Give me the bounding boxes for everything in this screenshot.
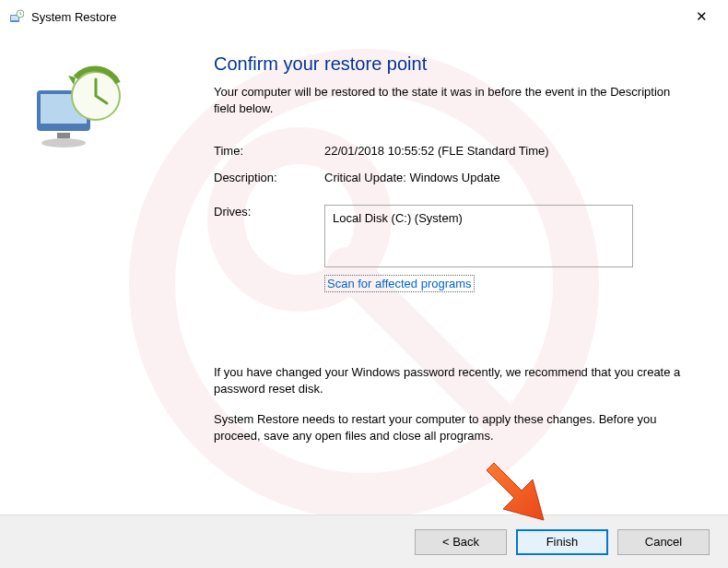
close-icon: ✕ — [696, 8, 708, 25]
titlebar: System Restore ✕ — [0, 0, 728, 33]
time-label: Time: — [214, 144, 324, 158]
svg-rect-8 — [57, 133, 70, 138]
time-value: 22/01/2018 10:55:52 (FLE Standard Time) — [324, 144, 695, 158]
description-label: Description: — [214, 171, 324, 184]
window-title: System Restore — [31, 10, 680, 24]
svg-point-9 — [41, 138, 86, 148]
drives-label: Drives: — [214, 205, 324, 219]
page-heading: Confirm your restore point — [214, 53, 695, 75]
drives-item[interactable]: Local Disk (C:) (System) — [333, 211, 625, 225]
finish-button[interactable]: Finish — [516, 529, 608, 555]
description-value: Critical Update: Windows Update — [324, 171, 695, 184]
restore-title-icon — [9, 9, 24, 24]
system-restore-icon — [29, 65, 131, 157]
password-note-text: If you have changed your Windows passwor… — [214, 364, 695, 396]
drives-listbox[interactable]: Local Disk (C:) (System) — [324, 205, 633, 267]
restart-note-text: System Restore needs to restart your com… — [214, 411, 695, 444]
scan-affected-programs-link[interactable]: Scan for affected programs — [324, 275, 475, 292]
cancel-button[interactable]: Cancel — [617, 529, 710, 555]
close-button[interactable]: ✕ — [680, 3, 722, 30]
footer-button-bar: < Back Finish Cancel — [0, 515, 728, 568]
intro-text: Your computer will be restored to the st… — [214, 84, 695, 116]
back-button[interactable]: < Back — [415, 529, 507, 555]
